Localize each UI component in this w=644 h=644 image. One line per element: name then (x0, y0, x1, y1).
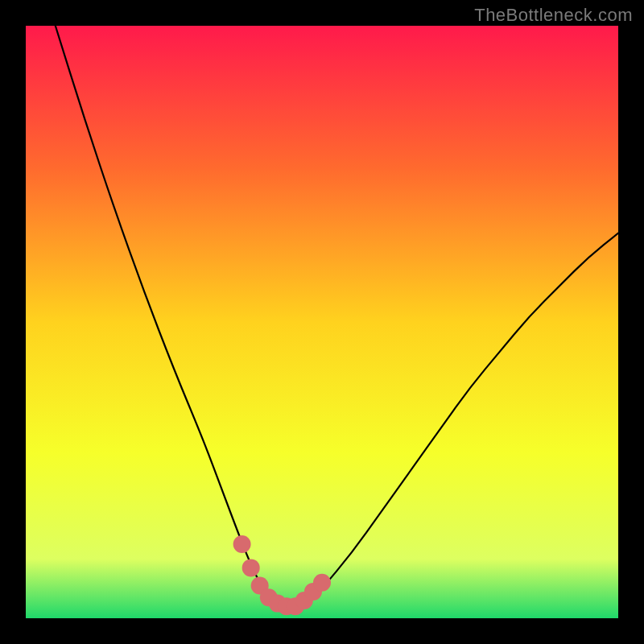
watermark-text: TheBottleneck.com (474, 5, 633, 26)
highlight-dot (313, 574, 331, 592)
highlight-dot (233, 535, 251, 553)
bottleneck-chart (26, 26, 618, 618)
gradient-background (26, 26, 618, 618)
chart-frame: TheBottleneck.com (0, 0, 644, 644)
plot-area (26, 26, 618, 618)
highlight-dot (242, 559, 260, 576)
